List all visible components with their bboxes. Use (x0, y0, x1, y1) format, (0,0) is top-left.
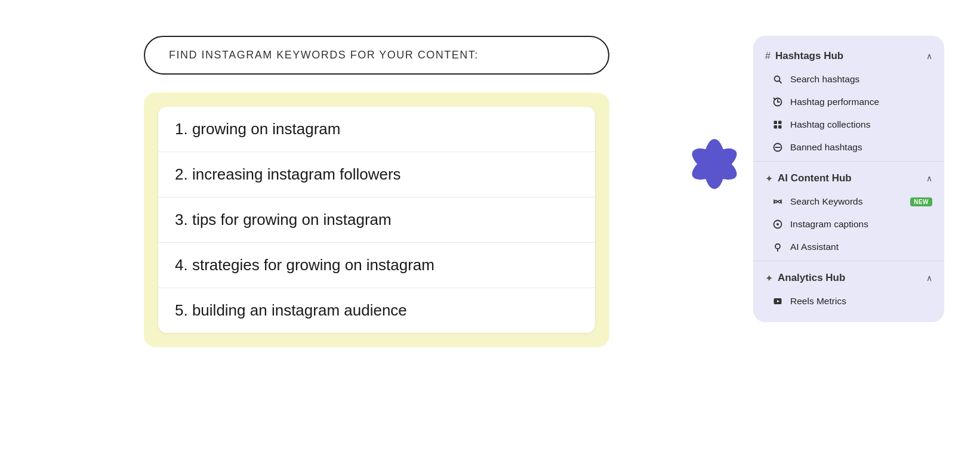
analytics-hub-title: Analytics Hub (778, 272, 845, 284)
sidebar-section-hashtags-hub[interactable]: # Hashtags Hub ∧ (753, 42, 944, 68)
sidebar-section-ai-content-hub[interactable]: ✦ AI Content Hub ∧ (753, 164, 944, 190)
result-text-2: 2. increasing instagram followers (175, 165, 401, 183)
result-item-3[interactable]: 3. tips for growing on instagram (158, 197, 595, 243)
left-section: FIND INSTAGRAM KEYWORDS FOR YOUR CONTENT… (36, 36, 717, 347)
svg-point-13 (775, 200, 777, 203)
search-hashtags-label: Search hashtags (790, 74, 932, 85)
divider-2 (753, 261, 944, 261)
right-sidebar: # Hashtags Hub ∧ Search hashtags Hashtag… (753, 36, 944, 322)
svg-rect-7 (774, 121, 778, 125)
svg-point-14 (778, 200, 781, 203)
result-text-3: 3. tips for growing on instagram (175, 211, 392, 228)
reels-metrics-label: Reels Metrics (790, 296, 932, 307)
hashtag-performance-label: Hashtag performance (790, 97, 932, 107)
sidebar-item-banned-hashtags[interactable]: Banned hashtags (753, 136, 944, 159)
result-item-5[interactable]: 5. building an instagram audience (158, 288, 595, 333)
svg-line-4 (779, 81, 782, 84)
svg-rect-8 (778, 121, 782, 125)
svg-point-19 (776, 223, 779, 225)
hashtag-performance-icon (772, 97, 783, 107)
sidebar-item-search-keywords[interactable]: Search Keywords NEW (753, 190, 944, 213)
reels-metrics-icon (772, 296, 783, 306)
hashtag-collections-icon (772, 120, 783, 129)
search-keywords-label: Search Keywords (790, 196, 903, 207)
svg-rect-9 (774, 125, 778, 129)
result-text-5: 5. building an instagram audience (175, 301, 407, 319)
svg-rect-10 (778, 125, 782, 129)
new-badge: NEW (910, 197, 932, 206)
results-card: 1. growing on instagram 2. increasing in… (158, 107, 595, 333)
ai-assistant-label: AI Assistant (790, 242, 932, 252)
sidebar-item-instagram-captions[interactable]: Instagram captions (753, 213, 944, 236)
banned-hashtags-icon (772, 143, 783, 152)
search-bar[interactable]: FIND INSTAGRAM KEYWORDS FOR YOUR CONTENT… (144, 36, 609, 75)
analytics-hub-chevron: ∧ (926, 273, 932, 283)
instagram-captions-icon (772, 220, 783, 229)
result-text-1: 1. growing on instagram (175, 120, 340, 138)
ai-content-hub-title: AI Content Hub (778, 172, 852, 184)
hashtags-hub-title: Hashtags Hub (775, 50, 843, 62)
sidebar-item-hashtag-performance[interactable]: Hashtag performance (753, 91, 944, 113)
analytics-hub-icon: ✦ (765, 273, 773, 284)
search-bar-text: FIND INSTAGRAM KEYWORDS FOR YOUR CONTENT… (169, 49, 479, 61)
sidebar-section-analytics-hub[interactable]: ✦ Analytics Hub ∧ (753, 264, 944, 290)
ai-assistant-icon (772, 242, 783, 252)
ai-content-hub-chevron: ∧ (926, 174, 932, 183)
sidebar-item-ai-assistant[interactable]: AI Assistant (753, 236, 944, 258)
instagram-captions-label: Instagram captions (790, 219, 932, 230)
svg-point-20 (775, 244, 780, 249)
yellow-card: 1. growing on instagram 2. increasing in… (144, 92, 609, 347)
svg-line-6 (774, 98, 776, 100)
sidebar-item-reels-metrics[interactable]: Reels Metrics (753, 290, 944, 313)
sidebar-item-hashtag-collections[interactable]: Hashtag collections (753, 113, 944, 136)
result-item-1[interactable]: 1. growing on instagram (158, 107, 595, 152)
main-container: FIND INSTAGRAM KEYWORDS FOR YOUR CONTENT… (0, 0, 980, 476)
banned-hashtags-label: Banned hashtags (790, 142, 932, 153)
asterisk-decoration (676, 125, 753, 203)
sidebar-item-search-hashtags[interactable]: Search hashtags (753, 68, 944, 91)
hashtags-hub-chevron: ∧ (926, 51, 932, 61)
divider-1 (753, 161, 944, 162)
search-hashtags-icon (772, 75, 783, 84)
hashtag-collections-label: Hashtag collections (790, 119, 932, 130)
search-keywords-icon (772, 197, 783, 206)
hashtag-hub-icon: # (765, 51, 771, 61)
result-item-4[interactable]: 4. strategies for growing on instagram (158, 243, 595, 288)
result-item-2[interactable]: 2. increasing instagram followers (158, 152, 595, 197)
ai-hub-icon: ✦ (765, 173, 773, 184)
result-text-4: 4. strategies for growing on instagram (175, 256, 434, 274)
